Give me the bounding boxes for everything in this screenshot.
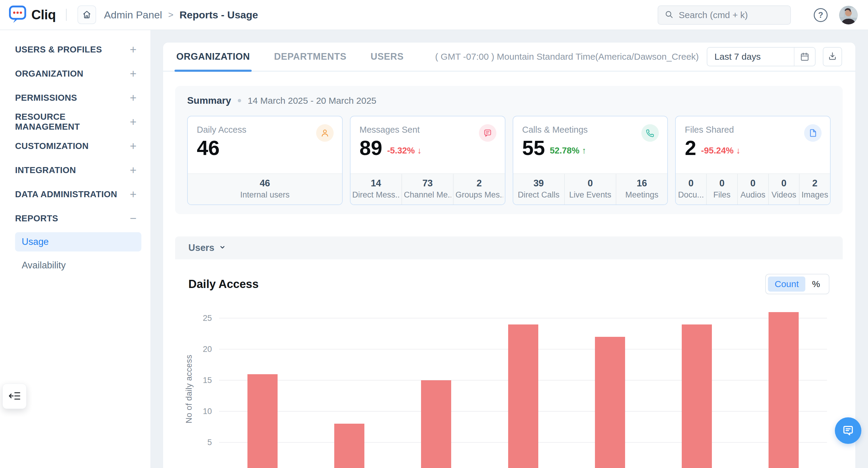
- sidebar-item-integration[interactable]: INTEGRATION+: [0, 158, 150, 182]
- sidebar-item-label: INTEGRATION: [15, 165, 76, 175]
- summary-title: Summary: [187, 95, 231, 106]
- calendar-icon: [795, 48, 815, 66]
- collapse-sidebar-button[interactable]: [2, 384, 27, 409]
- breadcrumb-admin-panel[interactable]: Admin Panel: [104, 9, 162, 21]
- tab-organization[interactable]: ORGANIZATION: [176, 42, 250, 71]
- stat-card-top: Files Shared2-95.24% ↓: [676, 116, 830, 173]
- stat-sub-value: 0: [709, 178, 735, 189]
- download-button[interactable]: [823, 47, 842, 66]
- sidebar-item-resource-management[interactable]: RESOURCE MANAGEMENT+: [0, 110, 150, 134]
- sidebar-item-availability[interactable]: Availability: [15, 256, 141, 275]
- stat-sub-value: 39: [515, 178, 562, 189]
- stat-sub-audios: 0Audios: [737, 174, 768, 204]
- stat-sub-label: Docu...: [678, 190, 704, 200]
- minus-icon[interactable]: −: [130, 212, 136, 225]
- main-content-card: ORGANIZATIONDEPARTMENTSUSERS ( GMT -07:0…: [163, 42, 856, 468]
- stat-sub-label: Images: [801, 190, 828, 200]
- plus-icon[interactable]: +: [130, 67, 136, 80]
- sidebar-item-users-profiles[interactable]: USERS & PROFILES+: [0, 37, 150, 61]
- toggle-count[interactable]: Count: [768, 276, 805, 292]
- toggle-[interactable]: %: [805, 276, 827, 292]
- plus-icon[interactable]: +: [130, 43, 136, 56]
- y-axis-tick: 10: [203, 407, 212, 416]
- date-range-select[interactable]: Last 7 days: [707, 47, 815, 66]
- chat-fab-button[interactable]: [835, 417, 861, 444]
- user-photo: [839, 6, 858, 24]
- users-selector[interactable]: Users: [175, 236, 843, 259]
- plus-icon[interactable]: +: [130, 188, 136, 201]
- plus-icon[interactable]: +: [130, 164, 136, 177]
- stat-card-files-shared: Files Shared2-95.24% ↓0Docu...0Files0Aud…: [675, 116, 831, 205]
- stat-sub-value: 0: [740, 178, 767, 189]
- stat-sub-images: 2Images: [799, 174, 830, 204]
- user-icon: [316, 124, 334, 142]
- cliq-logo-icon: [8, 4, 28, 26]
- sidebar-item-label: REPORTS: [15, 213, 58, 224]
- stat-sub-value: 0: [678, 178, 704, 189]
- gridline: [219, 318, 827, 318]
- sidebar-item-data-administration[interactable]: DATA ADMINISTRATION+: [0, 182, 150, 206]
- stat-card-value: 46: [197, 137, 220, 158]
- tab-users[interactable]: USERS: [371, 42, 404, 71]
- bar-day-7: [769, 312, 799, 468]
- summary-panel: Summary 14 March 2025 - 20 March 2025 Da…: [175, 86, 843, 214]
- stat-sub-label: Audios: [740, 190, 767, 200]
- file-icon: [804, 124, 822, 142]
- sidebar-item-organization[interactable]: ORGANIZATION+: [0, 61, 150, 86]
- stat-sub-value: 2: [456, 178, 503, 189]
- stat-sub-direct-calls: 39Direct Calls: [513, 174, 564, 204]
- chat-icon: [479, 124, 496, 142]
- cliq-logo[interactable]: Cliq: [8, 4, 56, 26]
- download-icon: [827, 51, 838, 63]
- sidebar-item-label: ORGANIZATION: [15, 69, 84, 79]
- stat-sub-label: Direct Calls: [515, 190, 562, 200]
- search-field[interactable]: [679, 10, 784, 20]
- plus-icon[interactable]: +: [130, 116, 136, 128]
- stat-card-substats: 14Direct Mess...73Channel Me...2Groups M…: [350, 173, 505, 204]
- daily-access-chart: 510152025No of daily access: [219, 304, 827, 468]
- stat-sub-videos: 0Videos: [768, 174, 799, 204]
- stat-sub-groups-mes: 2Groups Mes...: [453, 174, 504, 204]
- breadcrumb-separator: >: [168, 10, 174, 20]
- bar-day-1: [247, 374, 278, 468]
- y-axis-tick: 5: [207, 438, 212, 447]
- stat-sub-value: 16: [618, 178, 665, 189]
- sidebar-item-label: RESOURCE MANAGEMENT: [15, 112, 130, 132]
- stat-card-title: Calls & Meetings: [522, 125, 658, 135]
- stat-card-top: Messages Sent89-5.32% ↓: [350, 116, 505, 173]
- summary-header: Summary 14 March 2025 - 20 March 2025: [187, 95, 831, 106]
- stat-sub-label: Meetings: [618, 190, 665, 200]
- sidebar-item-reports[interactable]: REPORTS−: [0, 206, 150, 230]
- stat-sub-label: Direct Mess...: [352, 190, 400, 200]
- stat-sub-channel-me: 73Channel Me...: [401, 174, 453, 204]
- tab-departments[interactable]: DEPARTMENTS: [274, 42, 346, 71]
- sidebar-submenu: UsageAvailability: [0, 230, 150, 275]
- help-button[interactable]: ?: [814, 8, 828, 22]
- y-axis-tick: 20: [203, 345, 212, 354]
- stat-sub-label: Files: [709, 190, 735, 200]
- sidebar-item-customization[interactable]: CUSTOMIZATION+: [0, 134, 150, 158]
- sidebar-item-label: PERMISSIONS: [15, 93, 77, 103]
- stat-sub-label: Live Events: [567, 190, 614, 200]
- stat-sub-value: 2: [801, 178, 828, 189]
- plus-icon[interactable]: +: [130, 140, 136, 153]
- stat-sub-direct-mess: 14Direct Mess...: [350, 174, 401, 204]
- plus-icon[interactable]: +: [130, 91, 136, 104]
- stat-card-value: 89: [360, 137, 382, 158]
- stat-card-daily-access: Daily Access4646Internal users: [187, 116, 343, 205]
- home-icon: [82, 9, 92, 21]
- stat-card-substats: 0Docu...0Files0Audios0Videos2Images: [676, 173, 830, 204]
- stat-sub-label: Internal users: [190, 190, 340, 200]
- users-selector-label: Users: [188, 242, 214, 253]
- home-button[interactable]: [78, 5, 96, 24]
- search-input[interactable]: [658, 5, 791, 25]
- stat-sub-value: 0: [771, 178, 798, 189]
- search-icon: [664, 10, 674, 21]
- breadcrumb: Admin Panel > Reports - Usage: [104, 9, 258, 21]
- sidebar-item-permissions[interactable]: PERMISSIONS+: [0, 86, 150, 110]
- bar-day-2: [334, 424, 364, 468]
- avatar[interactable]: [839, 6, 858, 24]
- bullet-dot: [238, 99, 241, 102]
- sidebar-item-usage[interactable]: Usage: [15, 232, 141, 252]
- breadcrumb-current-page: Reports - Usage: [179, 9, 258, 21]
